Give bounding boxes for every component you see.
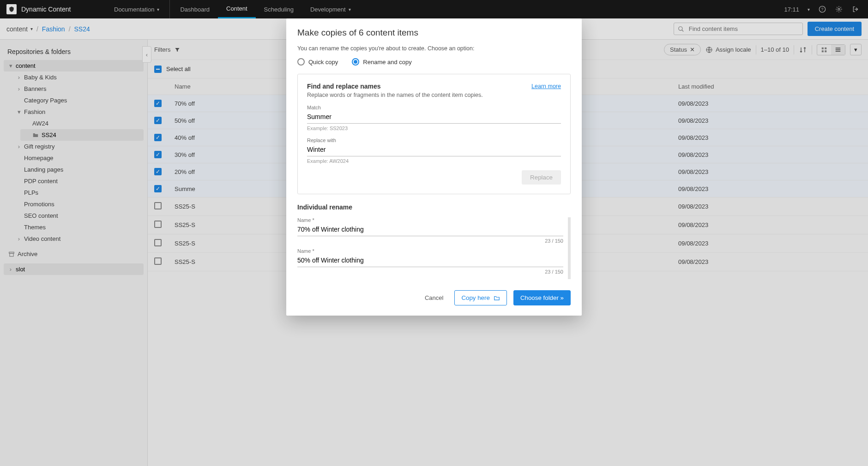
radio-quick-copy[interactable]: Quick copy xyxy=(297,58,338,66)
panel-title: Find and replace names xyxy=(307,83,381,90)
match-input[interactable] xyxy=(307,110,561,124)
copy-here-button[interactable]: Copy here xyxy=(454,290,507,305)
rename-input[interactable] xyxy=(297,254,563,267)
match-field: Match xyxy=(307,105,561,124)
radio-rename-copy[interactable]: Rename and copy xyxy=(352,58,412,66)
match-example: Example: SS2023 xyxy=(307,125,561,131)
modal-footer: Cancel Copy here Choose folder » xyxy=(286,283,582,316)
choose-folder-button[interactable]: Choose folder » xyxy=(513,290,571,305)
modal-overlay: Make copies of 6 content items You can r… xyxy=(0,0,868,466)
replace-with-label: Replace with xyxy=(307,137,561,143)
match-label: Match xyxy=(307,105,561,110)
learn-more-link[interactable]: Learn more xyxy=(531,83,561,90)
name-label: Name * xyxy=(297,217,563,223)
rename-item: Name *23 / 150 xyxy=(297,248,563,275)
modal-title: Make copies of 6 content items xyxy=(286,18,582,45)
replace-button[interactable]: Replace xyxy=(522,170,561,185)
copy-modal: Make copies of 6 content items You can r… xyxy=(286,18,582,316)
find-replace-panel: Find and replace names Learn more Replac… xyxy=(297,74,571,194)
rename-list: Name *23 / 150Name *23 / 150 xyxy=(297,217,571,279)
copy-mode-radios: Quick copy Rename and copy xyxy=(297,58,571,66)
modal-hint: You can rename the copies you're about t… xyxy=(297,45,571,52)
rename-item: Name *23 / 150 xyxy=(297,217,563,244)
cancel-button[interactable]: Cancel xyxy=(420,291,448,305)
radio-label: Quick copy xyxy=(308,59,338,66)
folder-icon xyxy=(494,295,500,301)
radio-label: Rename and copy xyxy=(363,59,412,66)
rename-input[interactable] xyxy=(297,223,563,236)
panel-desc: Replace words or fragments in the names … xyxy=(307,92,561,98)
choose-folder-label: Choose folder » xyxy=(520,294,564,301)
radio-dot xyxy=(297,58,305,66)
name-label: Name * xyxy=(297,248,563,254)
replace-with-input[interactable] xyxy=(307,143,561,156)
copy-here-label: Copy here xyxy=(461,294,490,301)
individual-rename-title: Individual rename xyxy=(297,203,571,211)
replace-with-example: Example: AW2024 xyxy=(307,158,561,164)
replace-with-field: Replace with xyxy=(307,137,561,156)
radio-dot xyxy=(352,58,359,66)
char-count: 23 / 150 xyxy=(297,238,563,244)
char-count: 23 / 150 xyxy=(297,269,563,275)
